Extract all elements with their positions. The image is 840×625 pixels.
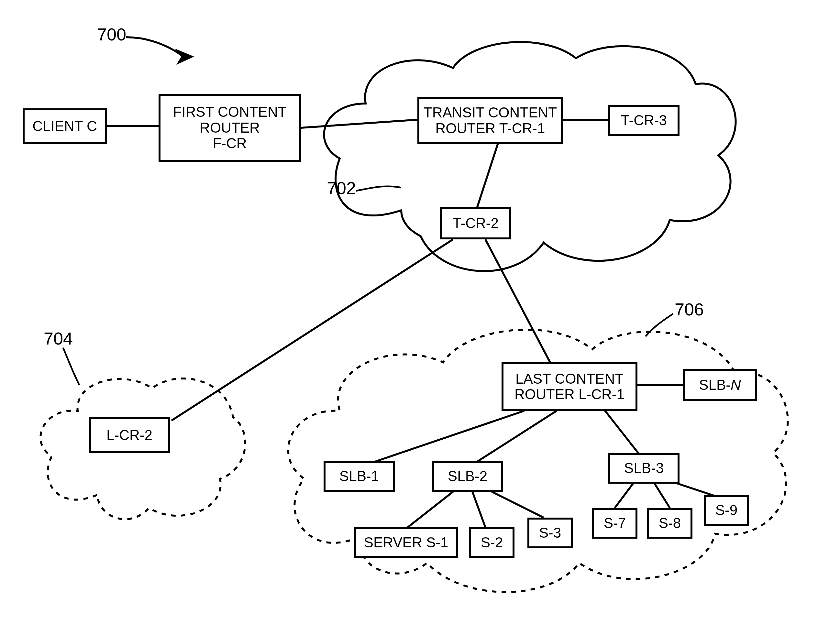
svg-line-9 xyxy=(605,411,641,456)
node-label: L-CR-2 xyxy=(106,428,152,443)
svg-line-14 xyxy=(653,482,670,508)
node-last-content-router-1: LAST CONTENT ROUTER L-CR-1 xyxy=(502,362,638,411)
node-client-c: CLIENT C xyxy=(23,108,107,144)
node-slb-3: SLB-3 xyxy=(608,453,680,484)
ref-700-arrowhead xyxy=(175,48,194,65)
node-label: S-3 xyxy=(539,525,561,541)
node-s-2: S-2 xyxy=(469,527,515,558)
node-t-cr-2: T-CR-2 xyxy=(440,207,511,239)
node-label: S-7 xyxy=(604,515,626,531)
node-label: FIRST CONTENT ROUTER F-CR xyxy=(173,104,286,151)
svg-line-11 xyxy=(473,492,485,527)
node-label: SLB-1 xyxy=(339,468,379,484)
node-label: S-8 xyxy=(659,515,681,531)
node-label: T-CR-2 xyxy=(453,215,499,231)
svg-line-7 xyxy=(372,411,524,463)
svg-line-12 xyxy=(492,492,544,518)
node-l-cr-2: L-CR-2 xyxy=(89,417,170,453)
network-cloud-702 xyxy=(304,29,747,291)
node-label: SERVER S-1 xyxy=(364,535,448,550)
site-cloud-706 xyxy=(269,304,806,605)
node-first-content-router: FIRST CONTENT ROUTER F-CR xyxy=(159,94,301,162)
svg-line-1 xyxy=(301,120,417,128)
node-slb-1: SLB-1 xyxy=(324,461,395,492)
svg-line-10 xyxy=(408,492,453,527)
ref-label-700: 700 xyxy=(97,24,126,44)
node-t-cr-3: T-CR-3 xyxy=(608,105,680,136)
ref-label-704: 704 xyxy=(44,328,73,348)
node-label: T-CR-3 xyxy=(621,113,667,128)
node-server-s-1: SERVER S-1 xyxy=(354,527,458,558)
node-label: S-9 xyxy=(716,502,737,518)
node-slb-2: SLB-2 xyxy=(432,461,503,492)
node-slb-n: SLB-NSLB-N xyxy=(683,369,757,401)
ref-label-706: 706 xyxy=(675,299,704,319)
svg-line-5 xyxy=(485,239,550,362)
node-label: SLB-3 xyxy=(624,460,664,476)
node-label: TRANSIT CONTENT ROUTER T-CR-1 xyxy=(423,105,557,136)
node-s-7: S-7 xyxy=(592,508,638,539)
node-s-9: S-9 xyxy=(704,495,749,525)
svg-line-3 xyxy=(477,142,498,207)
node-label: CLIENT C xyxy=(33,118,97,134)
node-transit-content-router-1: TRANSIT CONTENT ROUTER T-CR-1 xyxy=(417,97,563,144)
node-s-8: S-8 xyxy=(647,508,692,539)
svg-line-13 xyxy=(615,482,634,508)
ref-label-702: 702 xyxy=(327,178,356,198)
node-label: S-2 xyxy=(481,535,503,550)
svg-line-8 xyxy=(476,411,557,463)
node-s-3: S-3 xyxy=(527,518,573,548)
node-label: SLB-2 xyxy=(448,468,487,484)
svg-line-4 xyxy=(171,239,453,421)
node-label: LAST CONTENT ROUTER L-CR-1 xyxy=(515,371,624,403)
svg-marker-16 xyxy=(175,48,194,65)
node-label: SLB-NSLB-N xyxy=(699,377,741,393)
